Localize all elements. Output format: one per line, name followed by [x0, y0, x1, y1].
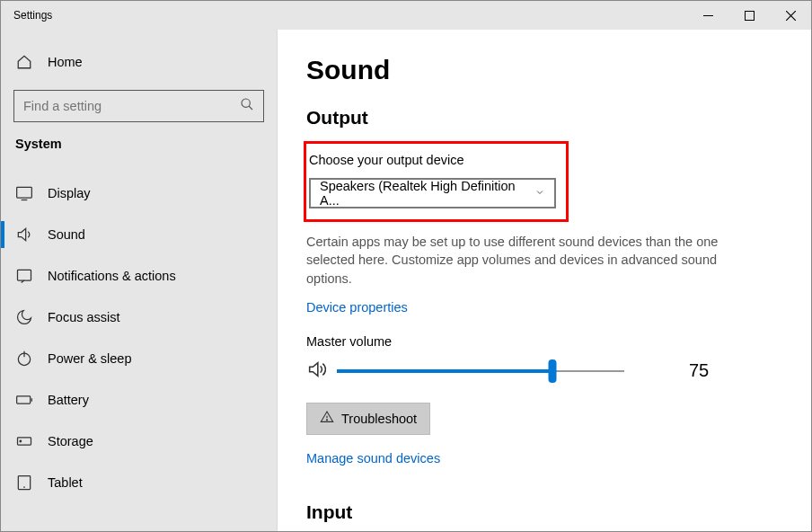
- volume-row: 75: [306, 359, 782, 383]
- window-controls: [687, 1, 811, 30]
- svg-rect-4: [18, 270, 31, 280]
- volume-value: 75: [689, 360, 709, 381]
- sidebar-item-storage[interactable]: Storage: [1, 421, 277, 462]
- sidebar-item-label: Notifications & actions: [48, 269, 176, 283]
- svg-rect-6: [17, 396, 31, 403]
- storage-icon: [15, 432, 33, 450]
- sidebar-item-power[interactable]: Power & sleep: [1, 338, 277, 379]
- sidebar-item-tablet[interactable]: Tablet: [1, 462, 277, 503]
- master-volume-label: Master volume: [306, 334, 782, 349]
- manage-devices-link[interactable]: Manage sound devices: [306, 451, 782, 466]
- focus-icon: [15, 308, 33, 326]
- input-section-title: Input: [306, 501, 782, 523]
- sidebar-item-label: Focus assist: [48, 310, 120, 324]
- svg-rect-3: [17, 187, 32, 198]
- notifications-icon: [15, 267, 33, 285]
- page-title: Sound: [306, 55, 782, 85]
- sound-icon: [15, 226, 33, 244]
- output-device-highlight: Choose your output device Speakers (Real…: [304, 141, 569, 222]
- slider-thumb[interactable]: [549, 359, 557, 383]
- slider-fill: [337, 369, 552, 373]
- output-device-value: Speakers (Realtek High Definition A...: [320, 179, 534, 208]
- svg-rect-0: [703, 15, 713, 16]
- output-help-text: Certain apps may be set up to use differ…: [306, 233, 719, 288]
- chevron-down-icon: [534, 186, 545, 200]
- sidebar-item-display[interactable]: Display: [1, 173, 277, 214]
- output-device-dropdown[interactable]: Speakers (Realtek High Definition A...: [309, 178, 556, 208]
- sidebar-home[interactable]: Home: [1, 41, 277, 83]
- sidebar-item-label: Sound: [48, 227, 85, 242]
- search-input[interactable]: [23, 99, 240, 113]
- home-icon: [15, 53, 33, 71]
- speaker-icon[interactable]: [306, 359, 326, 383]
- maximize-button[interactable]: [728, 1, 770, 30]
- sidebar-item-label: Battery: [48, 393, 89, 407]
- battery-icon: [15, 391, 33, 409]
- warning-icon: [320, 410, 334, 427]
- svg-point-8: [20, 440, 22, 442]
- search-icon: [240, 97, 254, 115]
- minimize-button[interactable]: [687, 1, 728, 30]
- svg-point-2: [242, 99, 250, 107]
- window-title: Settings: [1, 9, 52, 22]
- troubleshoot-button[interactable]: Troubleshoot: [306, 403, 430, 435]
- troubleshoot-label: Troubleshoot: [341, 412, 417, 426]
- close-button[interactable]: [770, 1, 811, 30]
- search-box[interactable]: [13, 90, 264, 122]
- power-icon: [15, 350, 33, 368]
- sidebar-item-sound[interactable]: Sound: [1, 214, 277, 255]
- sidebar: Home System Display Sound Notifica: [1, 30, 278, 531]
- svg-rect-1: [745, 11, 754, 20]
- sidebar-item-label: Tablet: [48, 475, 83, 490]
- sidebar-item-battery[interactable]: Battery: [1, 379, 277, 421]
- sidebar-item-notifications[interactable]: Notifications & actions: [1, 255, 277, 297]
- sidebar-item-label: Storage: [48, 434, 93, 448]
- tablet-icon: [15, 474, 33, 492]
- titlebar: Settings: [1, 1, 811, 30]
- sidebar-item-label: Power & sleep: [48, 351, 132, 366]
- sidebar-item-focus-assist[interactable]: Focus assist: [1, 297, 277, 338]
- device-properties-link[interactable]: Device properties: [306, 300, 782, 315]
- volume-slider[interactable]: [337, 362, 624, 380]
- content-area: Sound Output Choose your output device S…: [278, 30, 811, 531]
- output-section-title: Output: [306, 107, 782, 129]
- sidebar-home-label: Home: [48, 55, 83, 69]
- sidebar-item-label: Display: [48, 186, 91, 200]
- svg-point-10: [326, 420, 327, 421]
- sidebar-category: System: [1, 137, 277, 151]
- output-device-label: Choose your output device: [309, 153, 555, 167]
- display-icon: [15, 184, 33, 202]
